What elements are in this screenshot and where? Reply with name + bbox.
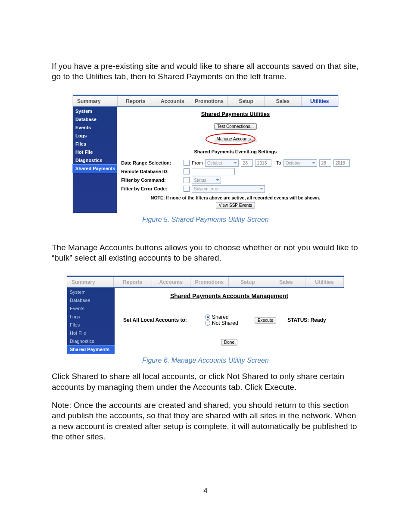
tab-promotions[interactable]: Promotions bbox=[191, 96, 228, 106]
remote-db-row: Remote Database ID: bbox=[121, 168, 349, 175]
radio-dot-icon bbox=[205, 314, 210, 320]
panel-title: Shared Payments Utilities bbox=[121, 111, 349, 117]
sidebar-item-shared-payments[interactable]: Shared Payments bbox=[67, 345, 115, 354]
date-range-row: Date Range Selection: From October 28 20… bbox=[121, 159, 349, 167]
sidebar: System Database Events Logs Files Hot Fi… bbox=[73, 107, 117, 213]
eventlog-settings-heading: Shared Payments EventLog Settings bbox=[121, 149, 349, 154]
sidebar-item-events[interactable]: Events bbox=[73, 124, 117, 132]
tab-promotions[interactable]: Promotions bbox=[190, 277, 229, 287]
to-day-input[interactable]: 28 bbox=[319, 159, 331, 167]
page-number: 4 bbox=[0, 487, 411, 495]
from-label: From bbox=[192, 160, 203, 165]
sidebar-item-logs[interactable]: Logs bbox=[73, 132, 117, 140]
tab-utilities[interactable]: Utilities bbox=[305, 277, 344, 287]
done-button[interactable]: Done bbox=[221, 339, 237, 345]
execute-button[interactable]: Execute bbox=[255, 317, 276, 324]
test-connections-button[interactable]: Test Connections... bbox=[214, 123, 257, 130]
tab-sales[interactable]: Sales bbox=[265, 96, 301, 106]
sidebar: System Database Events Logs Files Hot Fi… bbox=[67, 288, 115, 354]
view-ssp-events-button[interactable]: View SSP Events bbox=[216, 202, 255, 208]
date-range-label: Date Range Selection: bbox=[121, 160, 181, 165]
intro-paragraph-2: The Manage Accounts buttons allows you t… bbox=[52, 243, 359, 264]
to-month-select[interactable]: October bbox=[283, 159, 317, 167]
filter-error-checkbox[interactable] bbox=[184, 186, 190, 192]
tab-summary[interactable]: Summary bbox=[73, 96, 118, 106]
remote-db-input[interactable] bbox=[192, 168, 235, 175]
tab-setup[interactable]: Setup bbox=[228, 96, 265, 106]
filter-error-label: Filter by Error Code: bbox=[121, 186, 181, 191]
sidebar-item-files[interactable]: Files bbox=[67, 321, 115, 329]
tab-setup[interactable]: Setup bbox=[229, 277, 267, 287]
tab-summary[interactable]: Summary bbox=[67, 277, 114, 287]
filter-error-select[interactable]: System error bbox=[192, 185, 265, 193]
panel-title: Shared Payments Accounts Management bbox=[123, 292, 335, 299]
sidebar-item-logs[interactable]: Logs bbox=[67, 313, 115, 321]
filter-command-label: Filter by Command: bbox=[121, 177, 181, 183]
remote-db-label: Remote Database ID: bbox=[121, 169, 181, 174]
manage-accounts-button[interactable]: Manage Accounts... bbox=[214, 136, 258, 142]
tab-utilities[interactable]: Utilities bbox=[302, 96, 338, 106]
status-text: STATUS: Ready bbox=[287, 317, 326, 323]
set-accounts-row: Set All Local Accounts to: Shared Not Sh… bbox=[123, 314, 335, 326]
tab-accounts[interactable]: Accounts bbox=[152, 277, 190, 287]
tab-accounts[interactable]: Accounts bbox=[154, 96, 191, 106]
sidebar-item-diagnostics[interactable]: Diagnostics bbox=[73, 156, 117, 165]
figure-5-screenshot: Summary Reports Accounts Promotions Setu… bbox=[72, 94, 339, 213]
set-accounts-label: Set All Local Accounts to: bbox=[123, 317, 205, 323]
sidebar-item-database[interactable]: Database bbox=[73, 115, 117, 124]
intro-paragraph-1: If you have a pre-existing site and woul… bbox=[52, 61, 359, 82]
radio-dot-icon bbox=[205, 320, 210, 326]
radio-not-shared-label: Not Shared bbox=[212, 320, 238, 326]
sidebar-item-diagnostics[interactable]: Diagnostics bbox=[67, 337, 115, 345]
filter-note: NOTE: If none of the filters above are a… bbox=[121, 195, 349, 200]
sidebar-item-hotfile[interactable]: Hot File bbox=[67, 329, 115, 337]
tab-reports[interactable]: Reports bbox=[114, 277, 152, 287]
filter-command-select[interactable]: Status bbox=[192, 177, 221, 184]
filter-command-checkbox[interactable] bbox=[184, 177, 190, 183]
content-panel: Shared Payments Utilities Test Connectio… bbox=[117, 107, 354, 213]
content-panel: Shared Payments Accounts Management Set … bbox=[115, 288, 344, 354]
tab-sales[interactable]: Sales bbox=[267, 277, 305, 287]
to-label: To bbox=[276, 160, 281, 165]
tab-reports[interactable]: Reports bbox=[118, 96, 154, 106]
sidebar-item-system[interactable]: System bbox=[73, 107, 117, 115]
sidebar-item-shared-payments[interactable]: Shared Payments bbox=[73, 165, 117, 173]
to-year-input[interactable]: 2013 bbox=[333, 159, 350, 167]
sidebar-item-hotfile[interactable]: Hot File bbox=[73, 148, 117, 156]
figure-6-screenshot: Summary Reports Accounts Promotions Setu… bbox=[67, 275, 344, 354]
from-month-select[interactable]: October bbox=[205, 159, 239, 167]
paragraph-3: Click Shared to share all local accounts… bbox=[52, 371, 359, 392]
filter-command-row: Filter by Command: Status bbox=[121, 177, 349, 184]
from-day-input[interactable]: 28 bbox=[241, 159, 253, 167]
sidebar-item-files[interactable]: Files bbox=[73, 140, 117, 148]
figure-5-caption: Figure 5. Shared Payments Utility Screen bbox=[52, 216, 359, 224]
filter-error-row: Filter by Error Code: System error bbox=[121, 185, 349, 193]
radio-shared-label: Shared bbox=[212, 314, 229, 320]
document-page: If you have a pre-existing site and woul… bbox=[0, 0, 411, 532]
paragraph-4: Note: Once the accounts are created and … bbox=[52, 400, 359, 442]
sidebar-item-events[interactable]: Events bbox=[67, 305, 115, 313]
from-year-input[interactable]: 2013 bbox=[255, 159, 271, 167]
date-range-checkbox[interactable] bbox=[184, 160, 190, 166]
radio-not-shared[interactable]: Not Shared bbox=[205, 320, 255, 326]
top-tab-bar: Summary Reports Accounts Promotions Setu… bbox=[73, 95, 338, 107]
sidebar-item-database[interactable]: Database bbox=[67, 296, 115, 305]
remote-db-checkbox[interactable] bbox=[184, 168, 190, 174]
radio-shared[interactable]: Shared bbox=[205, 314, 255, 320]
sidebar-item-system[interactable]: System bbox=[67, 288, 115, 296]
top-tab-bar: Summary Reports Accounts Promotions Setu… bbox=[67, 276, 344, 288]
figure-6-caption: Figure 6. Manage Accounts Utility Screen bbox=[52, 357, 359, 364]
